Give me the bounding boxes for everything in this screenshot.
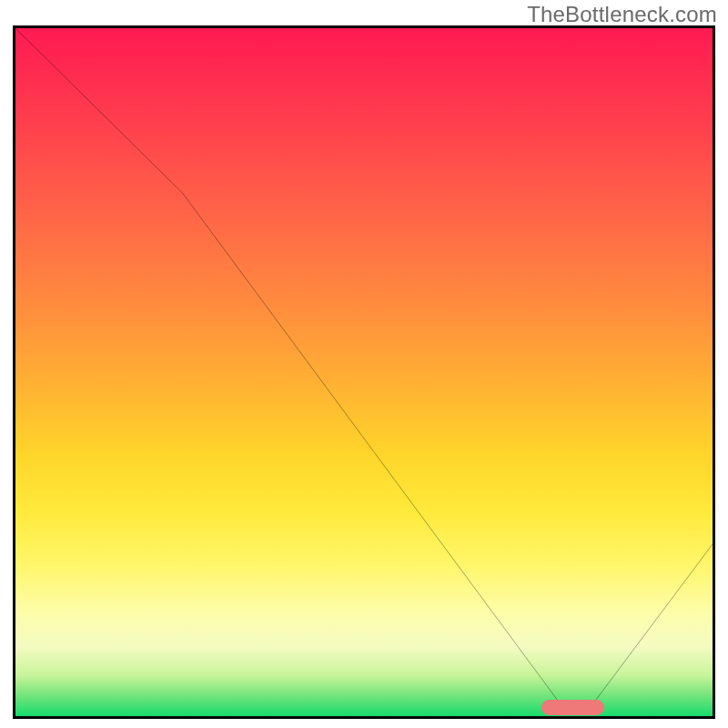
chart-plot-area bbox=[13, 25, 715, 719]
chart-frame: TheBottleneck.com bbox=[0, 0, 728, 728]
watermark-text: TheBottleneck.com bbox=[527, 2, 717, 27]
optimal-range-marker bbox=[541, 700, 604, 715]
curve-path bbox=[15, 28, 713, 703]
bottleneck-curve bbox=[15, 28, 713, 716]
